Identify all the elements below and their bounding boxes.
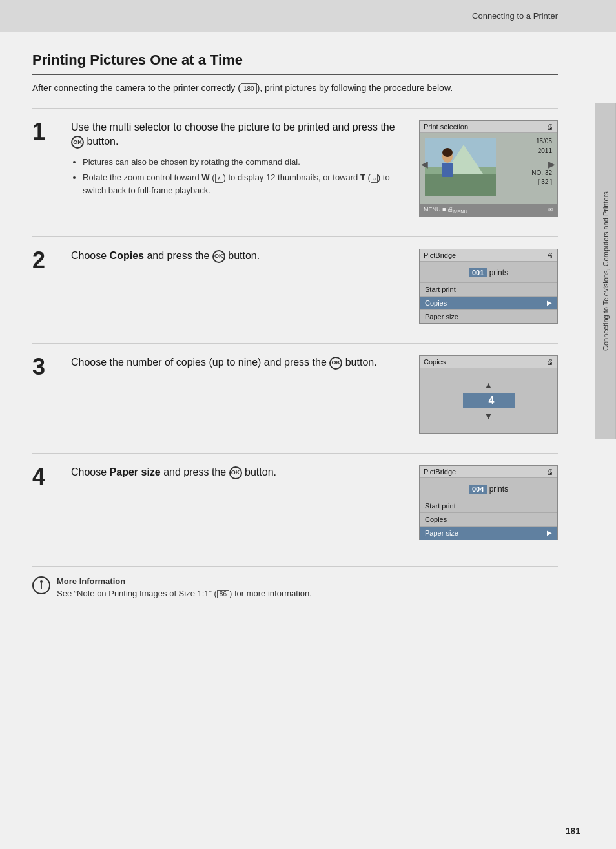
header-title: Connecting to a Printer (472, 11, 558, 21)
screen-4-icon: 🖨 (546, 468, 553, 476)
screen-4-header: PictBridge 🖨 (420, 466, 557, 478)
prints-label-2: prints (489, 485, 508, 494)
prints-label-1: prints (489, 268, 508, 277)
ref-180: 180 (241, 83, 257, 94)
copies-value: 4 (463, 393, 515, 408)
page-header: Connecting to a Printer (0, 0, 616, 32)
svg-rect-2 (425, 174, 496, 196)
screen-3-body: ▲ 4 ▼ (420, 368, 557, 433)
photo-area (425, 138, 496, 196)
screen-3-title: Copies (424, 358, 446, 366)
menu-item-copies-1: Copies ▶ (420, 296, 557, 309)
bullet-1-2: Rotate the zoom control toward W (⋏) to … (83, 171, 406, 196)
tele-icon: ⌕ (371, 174, 378, 183)
menu-item-start-print-2: Start print (420, 499, 557, 512)
info-icon-svg: i (32, 576, 50, 594)
screen-1-body: 15/05 2011 NO. 32 [ 32 ] ◀ ▶ (420, 133, 557, 204)
more-info-title: More Information (57, 576, 312, 586)
bullet-1-1: Pictures can also be chosen by rotating … (83, 156, 406, 169)
copies-up-arrow: ▲ (484, 380, 493, 390)
main-content: Printing Pictures One at a Time After co… (0, 32, 616, 618)
screen-3-header: Copies 🖨 (420, 356, 557, 368)
step-number-2: 2 (32, 249, 58, 272)
screen-copies: Copies 🖨 ▲ 4 ▼ (419, 355, 558, 434)
step-2-instruction: Choose Copies and press the OK button. (71, 249, 406, 263)
step-4-content: Choose Paper size and press the OK butto… (71, 465, 406, 486)
date-display: 15/05 2011 (536, 136, 552, 156)
footer-envelope: ✉ (548, 207, 553, 213)
step-1-instruction: Use the multi selector to choose the pic… (71, 120, 406, 149)
step-3: 3 Choose the number of copies (up to nin… (32, 343, 558, 434)
step-3-instruction: Choose the number of copies (up to nine)… (71, 355, 406, 370)
ok-button-symbol-3: OK (329, 357, 342, 370)
prints-count-2: 004 (469, 485, 487, 494)
step-3-content: Choose the number of copies (up to nine)… (71, 355, 406, 376)
menu-item-paper-size-1: Paper size (420, 309, 557, 323)
no-display: NO. 32 [ 32 ] (531, 169, 552, 187)
menu-item-copies-2: Copies (420, 512, 557, 526)
step-1: 1 Use the multi selector to choose the p… (32, 108, 558, 217)
screen-1-title: Print selection (424, 123, 468, 131)
copies-down-arrow: ▼ (484, 411, 493, 421)
screen-pictbridge-2: PictBridge 🖨 004 prints Start print Copi… (419, 465, 558, 540)
ok-button-symbol-2: OK (212, 250, 225, 263)
screen-4-title: PictBridge (424, 468, 456, 476)
step-2: 2 Choose Copies and press the OK button.… (32, 236, 558, 324)
ok-button-symbol-1: OK (71, 136, 84, 149)
step-number-3: 3 (32, 355, 58, 379)
wide-icon: ⋏ (215, 174, 223, 183)
more-info-content: More Information See “Note on Printing I… (57, 576, 312, 598)
more-info-text: See “Note on Printing Images of Size 1:1… (57, 589, 312, 598)
screen-4-body: 004 prints Start print Copies Paper size… (420, 478, 557, 540)
step-1-bullets: Pictures can also be chosen by rotating … (71, 156, 406, 197)
step-number-4: 4 (32, 465, 58, 488)
photo-svg (425, 138, 496, 196)
footer-menu-label: MENU ■ 🖨MENU (424, 206, 467, 215)
left-arrow: ◀ (421, 159, 428, 169)
screen-2-body: 001 prints Start print Copies ▶ Paper si… (420, 262, 557, 323)
ref-86: 86 (217, 590, 229, 598)
side-tab: Connecting to Televisions, Computers and… (595, 103, 616, 439)
screen-2-title: PictBridge (424, 251, 456, 259)
step-4-instruction: Choose Paper size and press the OK butto… (71, 465, 406, 479)
prints-count-1: 001 (469, 268, 487, 277)
menu-item-paper-size-2: Paper size ▶ (420, 526, 557, 540)
screen-1-header: Print selection 🖨 (420, 121, 557, 133)
more-info-section: i More Information See “Note on Printing… (32, 566, 558, 598)
screen-2-header: PictBridge 🖨 (420, 249, 557, 262)
screen-1-icon: 🖨 (546, 123, 553, 131)
ok-button-symbol-4: OK (229, 466, 242, 479)
intro-text: After connecting the camera to the print… (32, 81, 558, 95)
svg-point-9 (40, 580, 43, 583)
svg-point-6 (442, 148, 453, 157)
svg-rect-5 (442, 163, 453, 177)
screen-print-selection: Print selection 🖨 (419, 120, 558, 217)
step-number-1: 1 (32, 120, 58, 143)
section-title: Printing Pictures One at a Time (32, 52, 558, 75)
screen-pictbridge-1: PictBridge 🖨 001 prints Start print Copi… (419, 249, 558, 324)
screen-3-icon: 🖨 (546, 358, 553, 366)
step-1-content: Use the multi selector to choose the pic… (71, 120, 406, 200)
screen-2-icon: 🖨 (546, 251, 553, 259)
copies-selector: ▲ 4 ▼ (460, 372, 517, 429)
prints-display-2: 004 prints (420, 478, 557, 499)
step-2-content: Choose Copies and press the OK button. (71, 249, 406, 269)
prints-display-1: 001 prints (420, 262, 557, 282)
step-4: 4 Choose Paper size and press the OK but… (32, 453, 558, 540)
menu-item-start-print-1: Start print (420, 282, 557, 296)
more-info-icon: i (32, 576, 50, 596)
right-arrow: ▶ (548, 159, 555, 169)
screen-1-footer: MENU ■ 🖨MENU ✉ (420, 204, 557, 216)
page-number: 181 (566, 826, 580, 836)
